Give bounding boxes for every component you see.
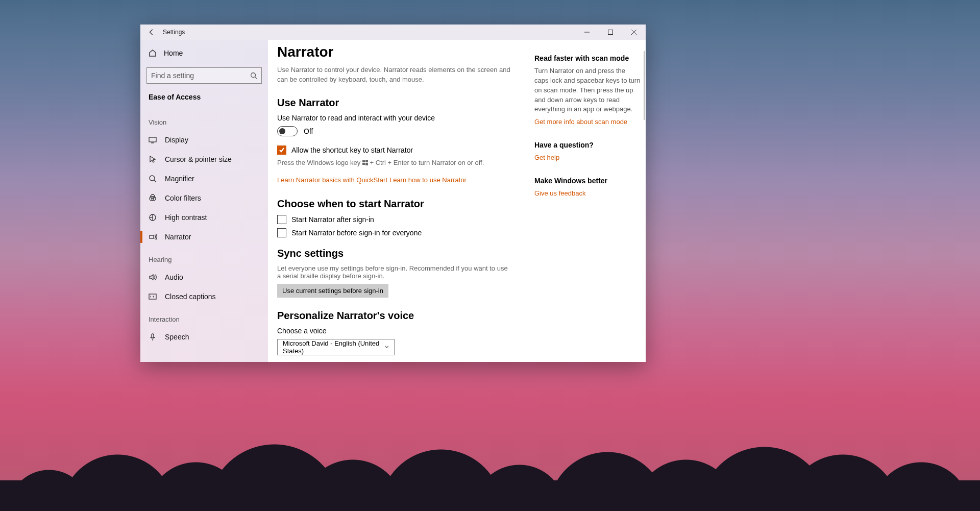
sidebar: Home Ease of Access Vision Display Curso… <box>140 40 268 362</box>
use-narrator-toggle[interactable] <box>277 126 298 136</box>
page-title: Narrator <box>277 44 522 60</box>
svg-rect-0 <box>608 30 613 35</box>
after-signin-label: Start Narrator after sign-in <box>291 215 374 224</box>
sidebar-group-interaction: Interaction <box>140 306 268 327</box>
sidebar-item-label: Narrator <box>165 233 191 241</box>
arrow-left-icon <box>148 29 155 36</box>
maximize-button[interactable] <box>599 25 622 40</box>
sidebar-item-closed-captions[interactable]: Closed captions <box>140 287 268 306</box>
svg-rect-8 <box>150 235 154 238</box>
aside-scan-heading: Read faster with scan mode <box>534 54 641 62</box>
sync-button[interactable]: Use current settings before sign-in <box>277 284 388 298</box>
svg-point-1 <box>251 73 256 78</box>
minimize-button[interactable] <box>575 25 599 40</box>
svg-rect-10 <box>152 334 154 338</box>
svg-rect-9 <box>149 294 156 299</box>
before-signin-label: Start Narrator before sign-in for everyo… <box>291 229 422 237</box>
voice-label: Choose a voice <box>277 327 522 335</box>
link-learn-narrator[interactable]: Learn how to use Narrator <box>389 176 467 184</box>
main-content: Narrator Use Narrator to control your de… <box>268 40 534 362</box>
titlebar: Settings <box>140 25 646 40</box>
section-choose-when: Choose when to start Narrator <box>277 198 522 210</box>
sidebar-item-label: High contrast <box>165 213 207 222</box>
minimize-icon <box>584 30 590 35</box>
back-button[interactable] <box>140 25 163 40</box>
sidebar-item-label: Color filters <box>165 194 201 202</box>
sidebar-item-high-contrast[interactable]: High contrast <box>140 208 268 227</box>
sidebar-home[interactable]: Home <box>140 44 268 62</box>
audio-icon <box>149 273 157 281</box>
sync-description: Let everyone use my settings before sign… <box>277 264 512 280</box>
scrollbar[interactable] <box>644 51 645 120</box>
svg-rect-11 <box>362 160 365 162</box>
svg-rect-13 <box>362 163 365 165</box>
sidebar-item-label: Magnifier <box>165 175 194 183</box>
sidebar-item-audio[interactable]: Audio <box>140 267 268 287</box>
sidebar-item-cursor[interactable]: Cursor & pointer size <box>140 150 268 169</box>
link-give-feedback[interactable]: Give us feedback <box>534 189 585 197</box>
speech-icon <box>149 333 157 341</box>
aside-scan-body: Turn Narrator on and press the caps lock… <box>534 66 641 114</box>
sidebar-item-label: Speech <box>165 333 189 341</box>
sidebar-item-display[interactable]: Display <box>140 130 268 150</box>
narrator-icon <box>149 233 157 241</box>
sidebar-item-speech[interactable]: Speech <box>140 327 268 347</box>
svg-point-3 <box>150 176 155 181</box>
before-signin-checkbox[interactable] <box>277 228 286 237</box>
voice-selected: Microsoft David - English (United States… <box>283 339 384 355</box>
high-contrast-icon <box>149 213 157 222</box>
sidebar-item-magnifier[interactable]: Magnifier <box>140 169 268 188</box>
sidebar-item-narrator[interactable]: Narrator <box>140 227 268 247</box>
link-get-help[interactable]: Get help <box>534 154 559 161</box>
sidebar-group-vision: Vision <box>140 109 268 130</box>
aside-feedback-heading: Make Windows better <box>534 177 641 185</box>
search-icon <box>250 72 257 79</box>
check-icon <box>279 147 285 153</box>
cursor-icon <box>149 155 157 163</box>
sidebar-item-color-filters[interactable]: Color filters <box>140 188 268 208</box>
sidebar-home-label: Home <box>164 49 183 57</box>
close-button[interactable] <box>622 25 646 40</box>
sidebar-item-label: Display <box>165 136 188 144</box>
aside-question-heading: Have a question? <box>534 141 641 149</box>
shortcut-checkbox[interactable] <box>277 145 286 155</box>
sidebar-item-label: Audio <box>165 273 183 281</box>
shortcut-checkbox-label: Allow the shortcut key to start Narrator <box>291 146 413 154</box>
sidebar-item-label: Cursor & pointer size <box>165 155 232 163</box>
desktop-wallpaper <box>0 368 980 511</box>
app-title: Settings <box>163 29 185 36</box>
link-scan-mode[interactable]: Get more info about scan mode <box>534 118 627 126</box>
search-input[interactable] <box>146 67 262 84</box>
svg-rect-2 <box>149 137 156 142</box>
color-filters-icon <box>149 194 157 202</box>
link-quickstart[interactable]: Learn Narrator basics with QuickStart <box>277 176 387 184</box>
after-signin-checkbox[interactable] <box>277 215 286 224</box>
voice-select[interactable]: Microsoft David - English (United States… <box>277 339 395 355</box>
cc-icon <box>149 293 157 301</box>
use-narrator-label: Use Narrator to read and interact with y… <box>277 114 522 122</box>
search-field[interactable] <box>151 71 250 80</box>
sidebar-category: Ease of Access <box>140 91 268 109</box>
shortcut-hint: Press the Windows logo key + Ctrl + Ente… <box>277 159 512 167</box>
close-icon <box>631 30 636 35</box>
aside-panel: Read faster with scan mode Turn Narrator… <box>534 40 646 362</box>
home-icon <box>149 49 157 57</box>
settings-window: Settings Home Ease of Access Visi <box>140 25 646 362</box>
magnifier-icon <box>149 175 157 183</box>
section-use-narrator: Use Narrator <box>277 97 522 109</box>
section-sync: Sync settings <box>277 248 522 259</box>
sidebar-group-hearing: Hearing <box>140 247 268 267</box>
toggle-state-label: Off <box>304 127 313 135</box>
windows-key-icon <box>362 159 368 167</box>
page-description: Use Narrator to control your device. Nar… <box>277 65 512 85</box>
display-icon <box>149 136 157 144</box>
chevron-down-icon <box>384 344 389 350</box>
maximize-icon <box>608 30 613 35</box>
section-voice: Personalize Narrator's voice <box>277 310 522 322</box>
sidebar-item-label: Closed captions <box>165 293 216 301</box>
